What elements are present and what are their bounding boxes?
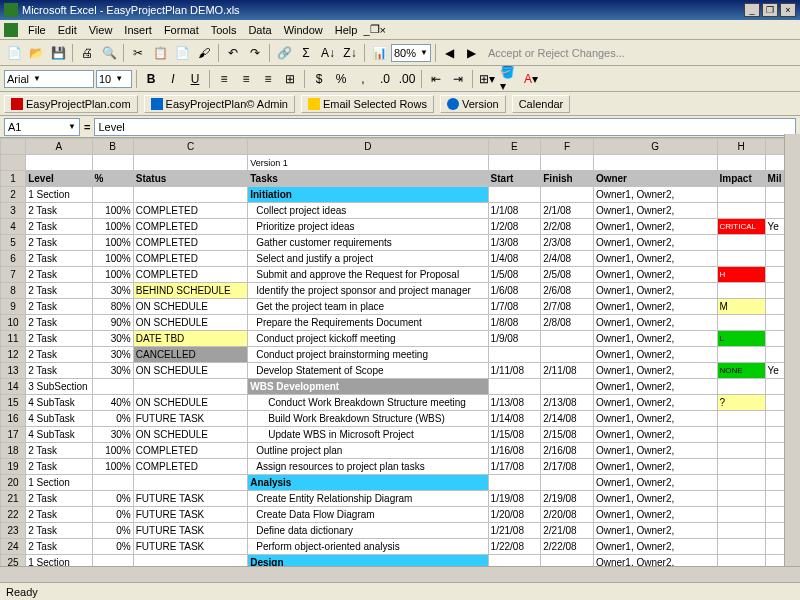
cell-finish[interactable]: [541, 347, 594, 363]
track-changes-label[interactable]: Accept or Reject Changes...: [484, 47, 629, 59]
row-header[interactable]: 23: [1, 523, 26, 539]
cell-impact[interactable]: [717, 283, 765, 299]
cell-level[interactable]: 2 Task: [26, 363, 92, 379]
fill-color-button[interactable]: 🪣▾: [499, 69, 519, 89]
cell-start[interactable]: 1/20/08: [488, 507, 541, 523]
cell-task[interactable]: Get the project team in place: [248, 299, 488, 315]
cell-owner[interactable]: Owner1, Owner2,: [593, 283, 717, 299]
cell-level[interactable]: 2 Task: [26, 491, 92, 507]
cell-owner[interactable]: Owner1, Owner2,: [593, 267, 717, 283]
sort-asc-button[interactable]: A↓: [318, 43, 338, 63]
cell-task[interactable]: Assign resources to project plan tasks: [248, 459, 488, 475]
row-header[interactable]: 1: [1, 171, 26, 187]
cell-finish[interactable]: 2/11/08: [541, 363, 594, 379]
cell-impact[interactable]: [717, 491, 765, 507]
decrease-decimal-button[interactable]: .00: [397, 69, 417, 89]
cell-level[interactable]: 4 SubTask: [26, 395, 92, 411]
cell-start[interactable]: [488, 347, 541, 363]
cell-start[interactable]: 1/9/08: [488, 331, 541, 347]
cell-finish[interactable]: 2/16/08: [541, 443, 594, 459]
row-header[interactable]: 16: [1, 411, 26, 427]
font-combo[interactable]: Arial▼: [4, 70, 94, 88]
cell-task[interactable]: Collect project ideas: [248, 203, 488, 219]
hdr-start[interactable]: Start: [488, 171, 541, 187]
cell-level[interactable]: 2 Task: [26, 347, 92, 363]
cell-level[interactable]: 2 Task: [26, 267, 92, 283]
cell-impact[interactable]: [717, 427, 765, 443]
cell-task[interactable]: Identify the project sponsor and project…: [248, 283, 488, 299]
menu-window[interactable]: Window: [278, 22, 329, 38]
cell-owner[interactable]: Owner1, Owner2,: [593, 363, 717, 379]
cell-status[interactable]: ON SCHEDULE: [133, 427, 247, 443]
name-box[interactable]: A1▼: [4, 118, 80, 136]
paste-button[interactable]: 📄: [172, 43, 192, 63]
zoom-combo[interactable]: 80%▼: [391, 44, 431, 62]
cell-pct[interactable]: 100%: [92, 267, 133, 283]
cell-owner[interactable]: Owner1, Owner2,: [593, 443, 717, 459]
comma-button[interactable]: ,: [353, 69, 373, 89]
cell-level[interactable]: 2 Task: [26, 507, 92, 523]
col-G[interactable]: G: [593, 139, 717, 155]
cell-level[interactable]: 2 Task: [26, 523, 92, 539]
cell-status[interactable]: COMPLETED: [133, 267, 247, 283]
cell-start[interactable]: 1/5/08: [488, 267, 541, 283]
cell-start[interactable]: 1/11/08: [488, 363, 541, 379]
cell-status[interactable]: ON SCHEDULE: [133, 363, 247, 379]
cell-start[interactable]: 1/14/08: [488, 411, 541, 427]
cell-status[interactable]: DATE TBD: [133, 331, 247, 347]
cell-finish[interactable]: 2/1/08: [541, 203, 594, 219]
hdr-status[interactable]: Status: [133, 171, 247, 187]
cell-level[interactable]: 2 Task: [26, 283, 92, 299]
cell-finish[interactable]: 2/20/08: [541, 507, 594, 523]
cell-finish[interactable]: 2/14/08: [541, 411, 594, 427]
cell-impact[interactable]: [717, 411, 765, 427]
cell-level[interactable]: 3 SubSection: [26, 379, 92, 395]
cell-owner[interactable]: Owner1, Owner2,: [593, 299, 717, 315]
email-rows-button[interactable]: Email Selected Rows: [301, 95, 434, 113]
cell-pct[interactable]: 40%: [92, 395, 133, 411]
cell-owner[interactable]: Owner1, Owner2,: [593, 459, 717, 475]
cell-start[interactable]: 1/22/08: [488, 539, 541, 555]
cell-impact[interactable]: [717, 459, 765, 475]
decrease-indent-button[interactable]: ⇤: [426, 69, 446, 89]
epp-admin-button[interactable]: EasyProjectPlan© Admin: [144, 95, 295, 113]
cell-impact[interactable]: M: [717, 299, 765, 315]
cell-owner[interactable]: Owner1, Owner2,: [593, 427, 717, 443]
hdr-level[interactable]: Level: [26, 171, 92, 187]
cell-task[interactable]: Perform object-oriented analysis: [248, 539, 488, 555]
cell-owner[interactable]: Owner1, Owner2,: [593, 347, 717, 363]
row-header[interactable]: 17: [1, 427, 26, 443]
cell-impact[interactable]: H: [717, 267, 765, 283]
hdr-impact[interactable]: Impact: [717, 171, 765, 187]
cell-owner[interactable]: Owner1, Owner2,: [593, 187, 717, 203]
row-header[interactable]: 2: [1, 187, 26, 203]
cell-task[interactable]: Build Work Breakdown Structure (WBS): [248, 411, 488, 427]
increase-decimal-button[interactable]: .0: [375, 69, 395, 89]
cell-task[interactable]: Create Entity Relationship Diagram: [248, 491, 488, 507]
cell-owner[interactable]: Owner1, Owner2,: [593, 251, 717, 267]
redo-button[interactable]: ↷: [245, 43, 265, 63]
calendar-button[interactable]: Calendar: [512, 95, 571, 113]
spreadsheet-grid[interactable]: A B C D E F G H Version 1 1 Level % Stat…: [0, 138, 800, 588]
new-button[interactable]: 📄: [4, 43, 24, 63]
cell-level[interactable]: 4 SubTask: [26, 427, 92, 443]
horizontal-scrollbar[interactable]: [0, 566, 800, 582]
cell-finish[interactable]: 2/17/08: [541, 459, 594, 475]
cell-status[interactable]: CANCELLED: [133, 347, 247, 363]
menu-help[interactable]: Help: [329, 22, 364, 38]
cell-owner[interactable]: Owner1, Owner2,: [593, 379, 717, 395]
cell-start[interactable]: 1/15/08: [488, 427, 541, 443]
row-header[interactable]: 6: [1, 251, 26, 267]
cell-impact[interactable]: [717, 347, 765, 363]
cell-start[interactable]: 1/16/08: [488, 443, 541, 459]
row-header[interactable]: 12: [1, 347, 26, 363]
cell-task[interactable]: Conduct project brainstorming meeting: [248, 347, 488, 363]
cell-finish[interactable]: 2/21/08: [541, 523, 594, 539]
italic-button[interactable]: I: [163, 69, 183, 89]
row-header[interactable]: 20: [1, 475, 26, 491]
cell-pct[interactable]: 100%: [92, 459, 133, 475]
row-header[interactable]: 4: [1, 219, 26, 235]
cell-pct[interactable]: 0%: [92, 539, 133, 555]
cell-status[interactable]: ON SCHEDULE: [133, 299, 247, 315]
cell-start[interactable]: [488, 379, 541, 395]
